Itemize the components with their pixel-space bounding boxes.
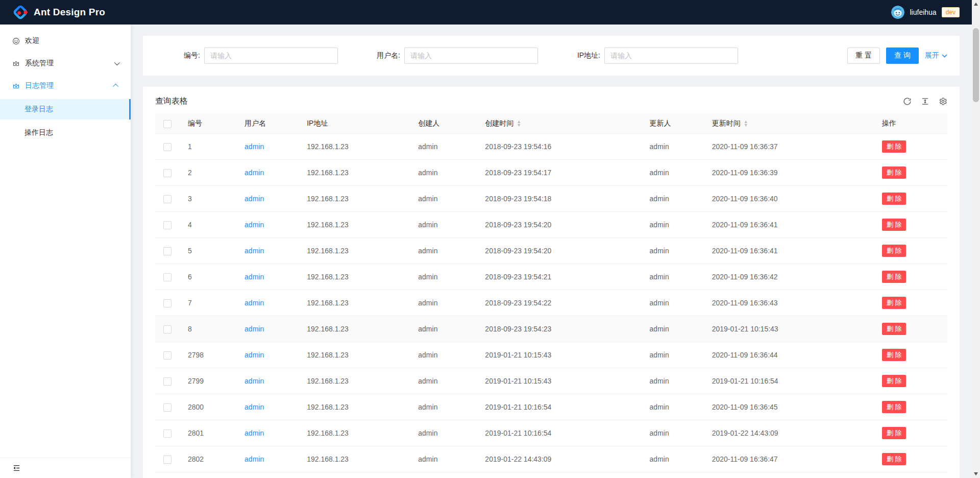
cell-created-time: 2018-09-23 19:54:23 (477, 316, 641, 342)
delete-button[interactable]: 删 除 (882, 453, 906, 465)
sidebar-item-system-management[interactable]: 系统管理 (0, 53, 131, 74)
cell-created-time: 2018-09-23 19:54:18 (477, 186, 641, 212)
cell-id: 2800 (180, 394, 236, 420)
ip-input[interactable] (604, 47, 738, 64)
scroll-down-arrow-icon[interactable] (972, 470, 980, 478)
cell-updated-time: 2020-11-09 16:36:47 (704, 446, 874, 472)
delete-button[interactable]: 删 除 (882, 297, 906, 309)
delete-button[interactable]: 删 除 (882, 193, 906, 205)
cell-creator: admin (410, 238, 477, 264)
avatar[interactable] (891, 6, 904, 19)
reset-button[interactable]: 重 置 (847, 47, 880, 64)
sidebar-footer (0, 458, 131, 478)
select-all-checkbox[interactable] (163, 120, 172, 128)
username-link[interactable]: admin (244, 325, 264, 333)
density-icon[interactable] (921, 97, 929, 106)
delete-button[interactable]: 删 除 (882, 245, 906, 257)
id-field-label: 编号: (155, 51, 200, 60)
row-checkbox[interactable] (163, 299, 172, 307)
scrollbar-thumb[interactable] (973, 28, 979, 102)
cell-ip: 192.168.1.23 (299, 290, 410, 316)
sidebar-item-login-log[interactable]: 登录日志 (0, 99, 131, 119)
username-link[interactable]: admin (244, 429, 264, 437)
username-link[interactable]: admin (244, 299, 264, 307)
table-row: 3 admin 192.168.1.23 admin 2018-09-23 19… (155, 186, 947, 212)
cell-updated-time: 2020-11-09 16:36:44 (704, 342, 874, 368)
column-header-updater: 更新人 (642, 114, 704, 134)
username-link[interactable]: admin (244, 273, 264, 281)
username-link[interactable]: admin (244, 169, 264, 177)
menu-fold-icon[interactable] (12, 464, 21, 472)
delete-button[interactable]: 删 除 (882, 375, 906, 387)
delete-button[interactable]: 删 除 (882, 271, 906, 283)
delete-button[interactable]: 删 除 (882, 427, 906, 439)
cell-created-time: 2018-09-23 19:54:22 (477, 290, 641, 316)
username-link[interactable]: admin (244, 455, 264, 463)
column-header-id: 编号 (180, 114, 236, 134)
username-input[interactable] (404, 47, 538, 64)
scrollbar[interactable] (972, 0, 980, 478)
delete-button[interactable]: 删 除 (882, 349, 906, 361)
cell-updated-time: 2019-01-21 10:16:54 (704, 368, 874, 394)
cell-created-time: 2018-09-23 19:54:16 (477, 134, 641, 160)
row-checkbox[interactable] (163, 221, 172, 229)
cell-ip: 192.168.1.23 (299, 212, 410, 238)
smile-icon (12, 37, 20, 45)
reload-icon[interactable] (903, 97, 912, 106)
cell-created-time: 2018-09-23 19:54:21 (477, 264, 641, 290)
row-checkbox[interactable] (163, 403, 172, 412)
column-header-ip: IP地址 (299, 114, 410, 134)
row-checkbox[interactable] (163, 169, 172, 177)
delete-button[interactable]: 删 除 (882, 401, 906, 413)
table-row: 2 admin 192.168.1.23 admin 2018-09-23 19… (155, 160, 947, 186)
cell-updater: admin (642, 368, 704, 394)
sidebar-item-operation-log[interactable]: 操作日志 (0, 123, 131, 143)
sort-carets-icon: ▲▼ (744, 120, 748, 127)
cell-creator: admin (410, 290, 477, 316)
username-link[interactable]: admin (244, 403, 264, 411)
column-header-created-time[interactable]: 创建时间 ▲▼ (477, 114, 641, 134)
row-checkbox[interactable] (163, 195, 172, 203)
username-link[interactable]: admin (244, 247, 264, 255)
row-checkbox[interactable] (163, 351, 172, 360)
row-checkbox[interactable] (163, 429, 172, 438)
delete-button[interactable]: 删 除 (882, 323, 906, 335)
expand-link[interactable]: 展开 (925, 51, 947, 60)
header-username[interactable]: liufeihua (910, 8, 936, 16)
cell-id: 2 (180, 160, 236, 186)
username-link[interactable]: admin (244, 195, 264, 203)
delete-button[interactable]: 删 除 (882, 166, 906, 179)
cell-updater: admin (642, 290, 704, 316)
delete-button[interactable]: 删 除 (882, 219, 906, 231)
row-checkbox[interactable] (163, 143, 172, 151)
row-checkbox[interactable] (163, 273, 172, 281)
table-card: 查询表格 (143, 87, 960, 478)
row-checkbox[interactable] (163, 377, 172, 386)
username-link[interactable]: admin (244, 351, 264, 359)
username-link[interactable]: admin (244, 142, 264, 151)
logo[interactable]: Ant Design Pro (12, 4, 105, 20)
search-button[interactable]: 查 询 (886, 47, 919, 64)
row-checkbox[interactable] (163, 325, 172, 333)
setting-icon[interactable] (939, 97, 947, 106)
column-header-username: 用户名 (236, 114, 299, 134)
row-checkbox[interactable] (163, 456, 172, 464)
sidebar: 欢迎 系统管理 日志管理 (0, 25, 131, 478)
column-header-updated-time[interactable]: 更新时间 ▲▼ (704, 114, 874, 134)
cell-id: 8 (180, 316, 236, 342)
row-checkbox[interactable] (163, 247, 172, 255)
column-header-creator: 创建人 (410, 114, 477, 134)
id-input[interactable] (204, 47, 338, 64)
sidebar-item-label: 日志管理 (25, 81, 54, 90)
cell-updater: admin (642, 342, 704, 368)
username-link[interactable]: admin (244, 221, 264, 229)
username-link[interactable]: admin (244, 377, 264, 385)
env-badge: dev (942, 7, 960, 17)
cell-id: 4 (180, 212, 236, 238)
crown-icon (12, 82, 20, 90)
sidebar-item-welcome[interactable]: 欢迎 (0, 31, 131, 51)
delete-button[interactable]: 删 除 (882, 140, 906, 153)
scroll-up-arrow-icon[interactable] (972, 0, 980, 8)
cell-updated-time: 2020-11-09 16:36:37 (704, 134, 874, 160)
sidebar-item-log-management[interactable]: 日志管理 (0, 76, 131, 96)
